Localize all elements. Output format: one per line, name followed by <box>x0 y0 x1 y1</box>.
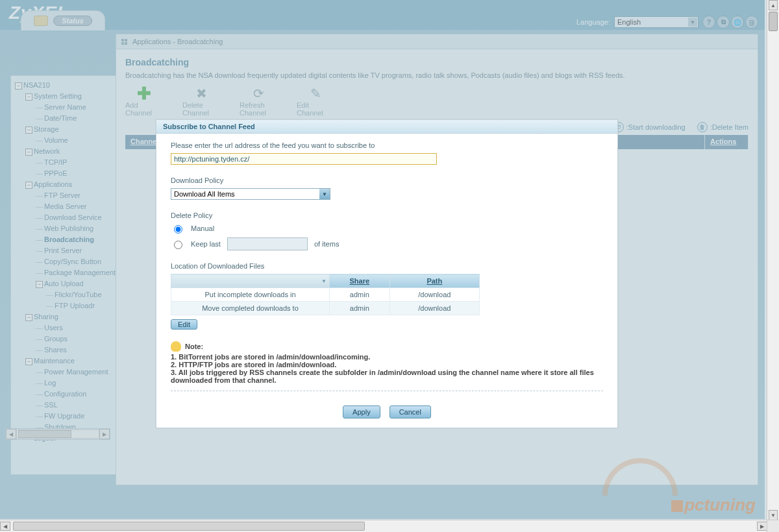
feed-url-input[interactable] <box>171 153 437 165</box>
hand-point-icon <box>171 341 181 352</box>
scrollbar-thumb[interactable] <box>769 12 778 31</box>
locations-col-path[interactable]: Path <box>390 274 479 288</box>
browser-horizontal-scrollbar[interactable]: ◀ ▶ <box>0 520 767 532</box>
delete-policy-manual-radio[interactable] <box>174 225 182 234</box>
scrollbar-thumb[interactable] <box>13 522 365 531</box>
note-title: Note: <box>185 343 203 350</box>
manual-radio-label: Manual <box>191 224 214 232</box>
keeplast-suffix: of items <box>314 240 340 248</box>
scroll-left-icon[interactable]: ◀ <box>0 522 10 531</box>
chevron-down-icon: ▼ <box>321 278 327 284</box>
scroll-right-icon[interactable]: ▶ <box>757 522 767 531</box>
modal-title: Subscribe to Channel Feed <box>156 120 617 134</box>
locations-label: Location of Downloaded Files <box>171 262 603 270</box>
location-row: Move completed downloads to admin /downl… <box>171 302 480 315</box>
locations-col-blank[interactable]: ▼ <box>171 274 330 288</box>
scroll-down-icon[interactable]: ▼ <box>769 510 778 520</box>
apply-button[interactable]: Apply <box>343 405 380 418</box>
keep-last-count-input[interactable] <box>227 237 308 250</box>
browser-vertical-scrollbar[interactable]: ▲ ▼ <box>767 0 779 520</box>
keeplast-radio-label: Keep last <box>191 240 221 248</box>
scrollbar-corner <box>767 520 779 532</box>
download-policy-label: Download Policy <box>171 176 603 184</box>
delete-policy-label: Delete Policy <box>171 212 603 219</box>
download-policy-select[interactable]: Download All Items <box>171 188 330 200</box>
note-line: 3. All jobs triggered by RSS channels cr… <box>171 369 603 384</box>
locations-col-share[interactable]: Share <box>330 274 390 288</box>
cancel-button[interactable]: Cancel <box>390 405 431 418</box>
location-row: Put incomplete downloads in admin /downl… <box>171 288 480 302</box>
feed-url-label: Please enter the url address of the feed… <box>171 141 603 149</box>
edit-locations-button[interactable]: Edit <box>171 319 197 330</box>
note-line: 2. HTTP/FTP jobs are stored in /admin/do… <box>171 361 603 369</box>
note-line: 1. BitTorrent jobs are stored in /admin/… <box>171 353 603 361</box>
locations-table: ▼ Share Path Put incomplete downloads in… <box>171 274 480 315</box>
scroll-up-icon[interactable]: ▲ <box>769 0 778 10</box>
chevron-down-icon: ▼ <box>319 189 330 199</box>
subscribe-channel-modal: Subscribe to Channel Feed Please enter t… <box>156 119 618 428</box>
delete-policy-keeplast-radio[interactable] <box>174 241 182 249</box>
